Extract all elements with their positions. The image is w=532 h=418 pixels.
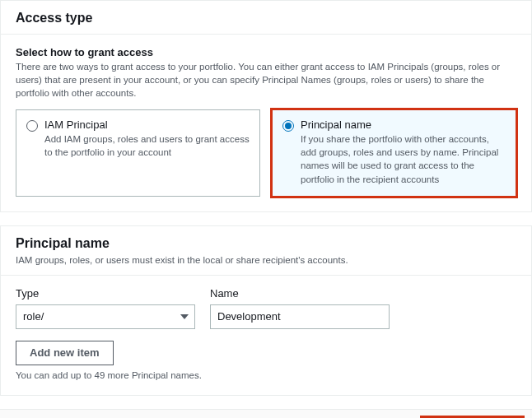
option-label: IAM Principal	[44, 118, 250, 131]
add-new-item-button[interactable]: Add new item	[16, 341, 114, 365]
access-type-title: Access type	[16, 11, 516, 26]
select-heading: Select how to grant access	[16, 46, 516, 58]
access-type-body: Select how to grant access There are two…	[1, 35, 531, 211]
principal-title: Principal name	[16, 236, 516, 251]
select-desc: There are two ways to grant access to yo…	[16, 60, 516, 100]
access-options-row: IAM Principal Add IAM groups, roles and …	[16, 109, 516, 196]
type-label: Type	[16, 287, 195, 300]
option-iam-principal[interactable]: IAM Principal Add IAM groups, roles and …	[16, 109, 260, 196]
radio-icon	[282, 120, 294, 132]
access-type-header: Access type	[1, 1, 531, 35]
option-principal-name[interactable]: Principal name If you share the portfoli…	[272, 109, 516, 196]
type-select-wrap: role/	[16, 304, 195, 329]
option-desc: Add IAM groups, roles and users to grant…	[44, 132, 250, 159]
name-field: Name	[210, 287, 390, 329]
access-type-panel: Access type Select how to grant access T…	[0, 0, 532, 212]
principal-form-row: Type role/ Name	[16, 287, 516, 329]
principal-hint: You can add up to 49 more Principal name…	[16, 370, 516, 380]
type-field: Type role/	[16, 287, 195, 329]
principal-body: Type role/ Name Add new item You can add	[1, 276, 531, 395]
principal-header: Principal name IAM groups, roles, or use…	[1, 226, 531, 276]
principal-desc: IAM groups, roles, or users must exist i…	[16, 253, 516, 267]
footer-actions: Cancel Grant Access	[0, 409, 532, 418]
type-select[interactable]: role/	[16, 304, 195, 329]
radio-icon	[26, 120, 38, 132]
principal-name-panel: Principal name IAM groups, roles, or use…	[0, 225, 532, 396]
name-label: Name	[210, 287, 390, 300]
option-label: Principal name	[301, 118, 506, 131]
name-input[interactable]	[210, 304, 390, 329]
option-desc: If you share the portfolio with other ac…	[301, 132, 506, 185]
